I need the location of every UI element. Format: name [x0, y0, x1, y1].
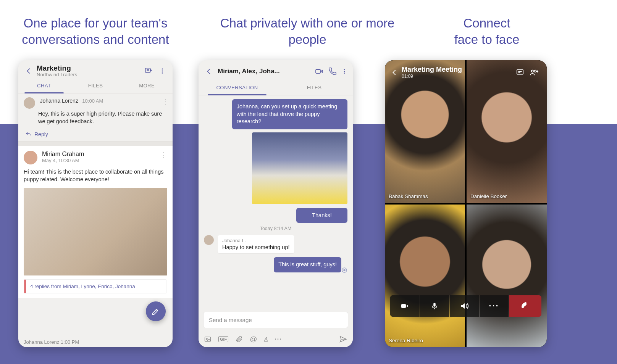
tab-files[interactable]: FILES: [276, 81, 353, 95]
attached-image[interactable]: [24, 188, 167, 275]
meeting-title: Marketing Meeting: [402, 66, 513, 74]
outgoing-message[interactable]: Thanks!: [296, 208, 347, 223]
svg-rect-4: [316, 69, 320, 73]
phone-video-call: Babak Shammas Danielle Booker Serena Rib…: [385, 60, 547, 347]
avatar: [24, 151, 37, 164]
svg-point-6: [344, 71, 345, 72]
back-icon[interactable]: [202, 66, 215, 77]
svg-rect-12: [517, 69, 523, 74]
phone-teams-channel: Marketing Northwind Traders CHAT FILES M…: [18, 60, 173, 347]
post-card[interactable]: Miriam Graham May 4, 10:30 AM ⋮ Hi team!…: [18, 146, 173, 298]
gif-icon[interactable]: GIF: [218, 336, 228, 342]
svg-point-1: [162, 68, 163, 69]
message-time: May 4, 10:30 AM: [42, 158, 84, 163]
sender-name: Johanna Lorenz: [40, 98, 78, 104]
message-input[interactable]: Send a message: [203, 312, 348, 328]
replies-summary[interactable]: 4 replies from Miriam, Lynne, Enrico, Jo…: [24, 279, 166, 293]
outgoing-image[interactable]: [252, 132, 347, 204]
svg-point-11: [206, 338, 207, 340]
svg-point-2: [162, 70, 163, 71]
add-participant-icon[interactable]: [527, 68, 541, 77]
more-icon[interactable]: [156, 65, 169, 77]
call-controls: ···: [390, 295, 541, 317]
mention-icon[interactable]: @: [250, 335, 257, 343]
avatar: [24, 97, 35, 109]
outgoing-message[interactable]: Johanna, can you set up a quick meeting …: [232, 99, 347, 129]
svg-rect-15: [401, 304, 406, 308]
caption-3: Connect face to face: [397, 15, 577, 48]
channel-dock-icon[interactable]: [141, 65, 156, 77]
truncated-row: Johanna Lorenz 1:00 PM: [24, 339, 96, 345]
call-more-button[interactable]: ···: [480, 295, 509, 317]
caption-1: One place for your team's conversations …: [4, 15, 187, 48]
back-icon[interactable]: [22, 65, 35, 77]
outgoing-message[interactable]: This is great stuff, guys!: [274, 257, 341, 272]
participant-name: Danielle Booker: [470, 193, 507, 199]
audio-call-icon[interactable]: [326, 67, 339, 76]
svg-rect-16: [434, 303, 436, 307]
toggle-speaker-button[interactable]: [450, 295, 479, 317]
image-icon[interactable]: [204, 335, 212, 343]
send-icon[interactable]: [339, 335, 347, 343]
message-body: Hi team! This is the best place to colla…: [24, 168, 167, 183]
message-item[interactable]: Johanna Lorenz 10:00 AM ⋮ Hey, this is a…: [18, 93, 173, 127]
avatar: [204, 235, 214, 245]
svg-rect-0: [145, 68, 150, 72]
participant-name: Babak Shammas: [389, 193, 428, 199]
sender-name: Johanna L.: [222, 238, 290, 243]
compose-fab[interactable]: [146, 301, 166, 321]
team-name: Northwind Traders: [37, 72, 141, 77]
meeting-elapsed: 01:09: [402, 74, 513, 79]
message-body: Hey, this is a super high priority. Plea…: [38, 110, 167, 125]
back-icon[interactable]: [390, 68, 399, 77]
tab-conversation[interactable]: CONVERSATION: [199, 81, 276, 95]
tab-more[interactable]: MORE: [121, 79, 173, 93]
video-call-icon[interactable]: [312, 67, 326, 76]
sender-name: Miriam Graham: [42, 151, 84, 158]
message-more-icon[interactable]: ⋮: [160, 151, 167, 159]
svg-point-5: [344, 69, 345, 70]
message-body: Happy to set something up!: [222, 244, 290, 250]
incoming-message[interactable]: Johanna L. Happy to set something up!: [204, 235, 347, 253]
channel-title: Marketing: [37, 64, 141, 72]
more-tools-icon[interactable]: ···: [275, 336, 282, 343]
message-time: 10:00 AM: [82, 98, 103, 104]
attach-icon[interactable]: [235, 335, 243, 343]
tab-chat[interactable]: CHAT: [18, 79, 70, 93]
read-receipt-icon: [341, 267, 347, 273]
more-icon[interactable]: [339, 67, 350, 76]
toggle-mic-button[interactable]: [420, 295, 449, 317]
chat-title: Miriam, Alex, Joha...: [215, 68, 312, 75]
svg-point-13: [531, 70, 534, 72]
svg-point-3: [162, 72, 163, 73]
chat-icon[interactable]: [513, 68, 527, 77]
caption-2: Chat privately with one or more people: [218, 15, 397, 48]
toggle-video-button[interactable]: [390, 295, 420, 317]
format-icon[interactable]: A: [264, 336, 268, 343]
end-call-button[interactable]: [509, 295, 541, 317]
reply-button[interactable]: Reply: [18, 127, 173, 142]
reply-label: Reply: [34, 131, 48, 137]
svg-point-14: [534, 70, 536, 72]
message-more-icon[interactable]: ⋮: [162, 97, 169, 106]
participant-name: Serena Ribeiro: [389, 338, 423, 343]
phone-private-chat: Miriam, Alex, Joha... CONVERSATION FILES…: [199, 60, 353, 347]
svg-point-9: [344, 269, 345, 271]
svg-point-7: [344, 72, 345, 74]
day-separator: Today 8:14 AM: [204, 226, 347, 231]
tab-files[interactable]: FILES: [70, 79, 121, 93]
